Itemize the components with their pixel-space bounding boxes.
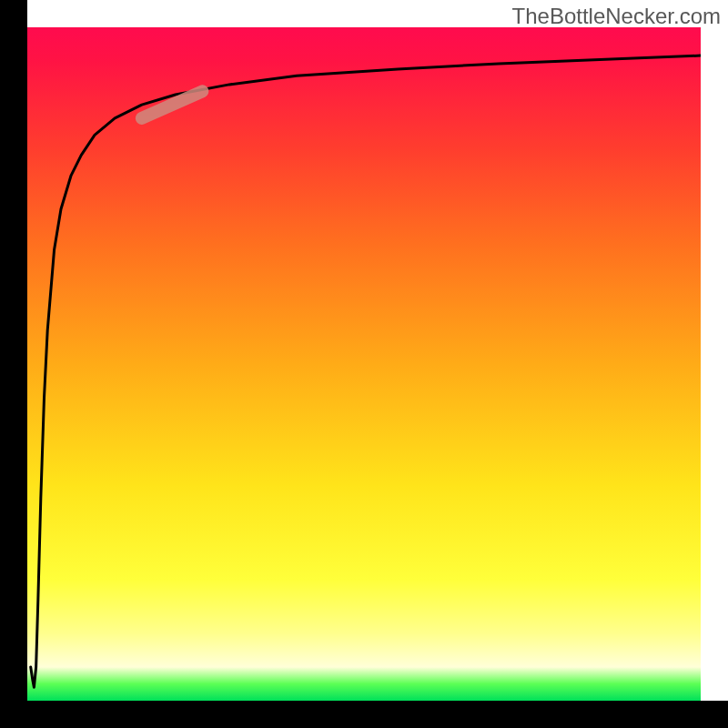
chart-container: TheBottleNecker.com — [0, 0, 728, 728]
chart-bottom-border — [0, 701, 728, 728]
curve-svg — [27, 27, 701, 701]
bottleneck-curve — [31, 56, 701, 687]
watermark-text: TheBottleNecker.com — [512, 4, 721, 29]
chart-left-border — [0, 0, 27, 728]
